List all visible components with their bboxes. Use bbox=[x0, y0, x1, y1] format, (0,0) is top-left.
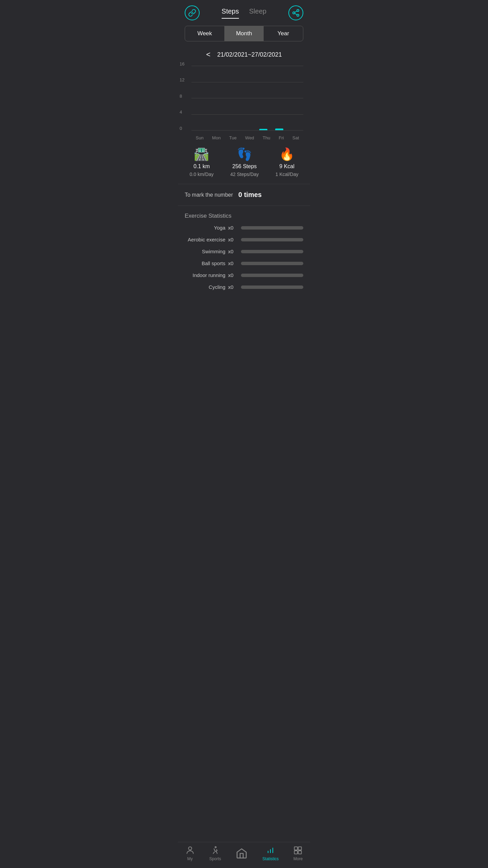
mark-row: To mark the number 0 times bbox=[178, 184, 310, 206]
period-month-button[interactable]: Month bbox=[224, 26, 264, 41]
chart-x-labels: Sun Mon Tue Wed Thu Fri Sat bbox=[191, 135, 303, 140]
ball-sports-bar-track bbox=[241, 262, 303, 265]
exercise-cycling: Cycling x0 bbox=[185, 284, 303, 290]
y-label-4: 4 bbox=[180, 110, 182, 115]
date-navigation: < 21/02/2021~27/02/2021 bbox=[178, 47, 310, 62]
svg-line-3 bbox=[295, 14, 297, 15]
nav-label-more: More bbox=[293, 856, 303, 861]
steps-sub: 42 Steps/Day bbox=[230, 172, 259, 177]
aerobic-label: Aerobic exercise bbox=[185, 237, 225, 242]
header: Steps Sleep bbox=[178, 0, 310, 20]
stat-calories: 🔥 9 Kcal 1 Kcal/Day bbox=[276, 147, 299, 177]
nav-item-more[interactable]: More bbox=[293, 846, 303, 861]
aerobic-count: x0 bbox=[228, 237, 238, 242]
prev-date-button[interactable]: < bbox=[206, 50, 210, 59]
svg-point-6 bbox=[215, 847, 216, 848]
yoga-bar-track bbox=[241, 226, 303, 230]
grid-line-0: 0 bbox=[191, 130, 303, 131]
y-label-12: 12 bbox=[180, 77, 184, 82]
exercise-yoga: Yoga x0 bbox=[185, 225, 303, 231]
y-label-16: 16 bbox=[180, 61, 184, 66]
x-label-thu: Thu bbox=[263, 135, 270, 140]
stat-distance: 🛣️ 0.1 km 0.0 km/Day bbox=[190, 147, 214, 177]
indoor-running-count: x0 bbox=[228, 272, 238, 278]
main-tabs: Steps Sleep bbox=[222, 7, 266, 19]
calories-sub: 1 Kcal/Day bbox=[276, 172, 299, 177]
nav-item-statistics[interactable]: Statistics bbox=[262, 846, 279, 861]
ball-sports-count: x0 bbox=[228, 260, 238, 266]
nav-label-statistics: Statistics bbox=[262, 856, 279, 861]
mark-value: 0 times bbox=[238, 191, 262, 199]
aerobic-bar-track bbox=[241, 238, 303, 241]
exercise-indoor-running: Indoor running x0 bbox=[185, 272, 303, 278]
calories-value: 9 Kcal bbox=[279, 163, 294, 170]
x-label-tue: Tue bbox=[229, 135, 237, 140]
yoga-count: x0 bbox=[228, 225, 238, 231]
stats-row: 🛣️ 0.1 km 0.0 km/Day 👣 256 Steps 42 Step… bbox=[178, 140, 310, 184]
svg-rect-11 bbox=[299, 847, 302, 850]
period-selector: Week Month Year bbox=[185, 26, 303, 41]
nav-item-home[interactable] bbox=[236, 847, 248, 860]
road-icon: 🛣️ bbox=[194, 147, 209, 161]
stat-steps: 👣 256 Steps 42 Steps/Day bbox=[230, 147, 259, 177]
yoga-label: Yoga bbox=[185, 225, 225, 231]
bar-chart-icon bbox=[266, 846, 275, 855]
ball-sports-label: Ball sports bbox=[185, 260, 225, 266]
bar-fri bbox=[275, 129, 283, 130]
cycling-count: x0 bbox=[228, 284, 238, 290]
person-icon bbox=[185, 846, 195, 855]
mark-label: To mark the number bbox=[185, 192, 233, 198]
svg-point-5 bbox=[188, 847, 191, 850]
cycling-label: Cycling bbox=[185, 284, 225, 290]
y-label-0: 0 bbox=[180, 125, 182, 131]
x-label-fri: Fri bbox=[279, 135, 284, 140]
steps-chart: 16 12 8 4 0 Sun bbox=[178, 66, 310, 140]
x-label-mon: Mon bbox=[212, 135, 221, 140]
exercise-aerobic: Aerobic exercise x0 bbox=[185, 237, 303, 242]
bottom-navigation: My Sports Statistics bbox=[178, 842, 310, 868]
tab-sleep[interactable]: Sleep bbox=[249, 7, 266, 19]
exercise-section: Exercise Statistics Yoga x0 Aerobic exer… bbox=[178, 206, 310, 303]
bar-thu bbox=[259, 129, 267, 130]
chart-bars-area bbox=[191, 66, 303, 130]
swimming-label: Swimming bbox=[185, 249, 225, 254]
exercise-swimming: Swimming x0 bbox=[185, 249, 303, 254]
x-label-wed: Wed bbox=[245, 135, 254, 140]
date-range-label: 21/02/2021~27/02/2021 bbox=[217, 51, 282, 58]
run-icon bbox=[210, 846, 220, 855]
steps-value: 256 Steps bbox=[232, 163, 257, 170]
nav-item-my[interactable]: My bbox=[185, 846, 195, 861]
swimming-bar-track bbox=[241, 250, 303, 253]
x-label-sun: Sun bbox=[196, 135, 204, 140]
nav-label-sports: Sports bbox=[209, 856, 221, 861]
distance-sub: 0.0 km/Day bbox=[190, 172, 214, 177]
distance-value: 0.1 km bbox=[194, 163, 210, 170]
tab-steps[interactable]: Steps bbox=[222, 7, 239, 19]
period-week-button[interactable]: Week bbox=[185, 26, 224, 41]
swimming-count: x0 bbox=[228, 249, 238, 254]
period-year-button[interactable]: Year bbox=[264, 26, 303, 41]
footprints-icon: 👣 bbox=[237, 147, 252, 161]
svg-rect-12 bbox=[294, 851, 298, 854]
home-icon bbox=[236, 847, 248, 860]
nav-item-sports[interactable]: Sports bbox=[209, 846, 221, 861]
exercise-ball-sports: Ball sports x0 bbox=[185, 260, 303, 266]
indoor-running-label: Indoor running bbox=[185, 272, 225, 278]
svg-line-4 bbox=[295, 11, 297, 13]
nav-label-my: My bbox=[187, 856, 193, 861]
grid-icon bbox=[293, 846, 303, 855]
link-icon-button[interactable] bbox=[185, 5, 200, 20]
indoor-running-bar-track bbox=[241, 274, 303, 277]
x-label-sat: Sat bbox=[292, 135, 299, 140]
share-icon-button[interactable] bbox=[288, 5, 303, 20]
svg-rect-10 bbox=[294, 847, 298, 850]
y-label-8: 8 bbox=[180, 93, 182, 98]
cycling-bar-track bbox=[241, 285, 303, 289]
fire-icon: 🔥 bbox=[279, 147, 294, 161]
svg-rect-13 bbox=[299, 851, 302, 854]
exercise-title: Exercise Statistics bbox=[185, 213, 303, 219]
